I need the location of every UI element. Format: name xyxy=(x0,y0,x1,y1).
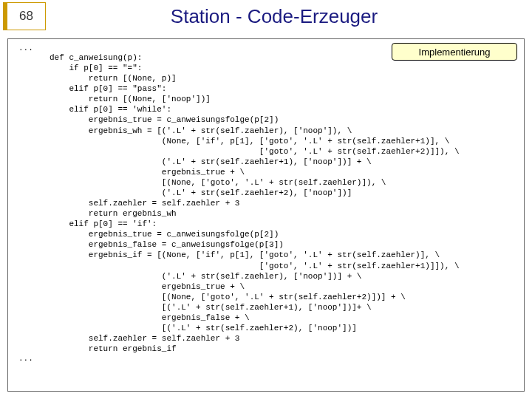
page-number: 68 xyxy=(19,9,33,24)
code-block: def c_anweisung(p): if p[0] == "=": retu… xyxy=(50,52,518,354)
badge-label: Implementierung xyxy=(419,47,491,58)
slide-header: 68 Station - Code-Erzeuger xyxy=(0,0,532,33)
page-number-box: 68 xyxy=(3,2,46,30)
implementation-badge: Implementierung xyxy=(392,43,517,61)
slide-title: Station - Code-Erzeuger xyxy=(46,5,532,28)
code-container: ... def c_anweisung(p): if p[0] == "=": … xyxy=(7,38,525,392)
ellipsis-bottom: ... xyxy=(18,354,518,363)
